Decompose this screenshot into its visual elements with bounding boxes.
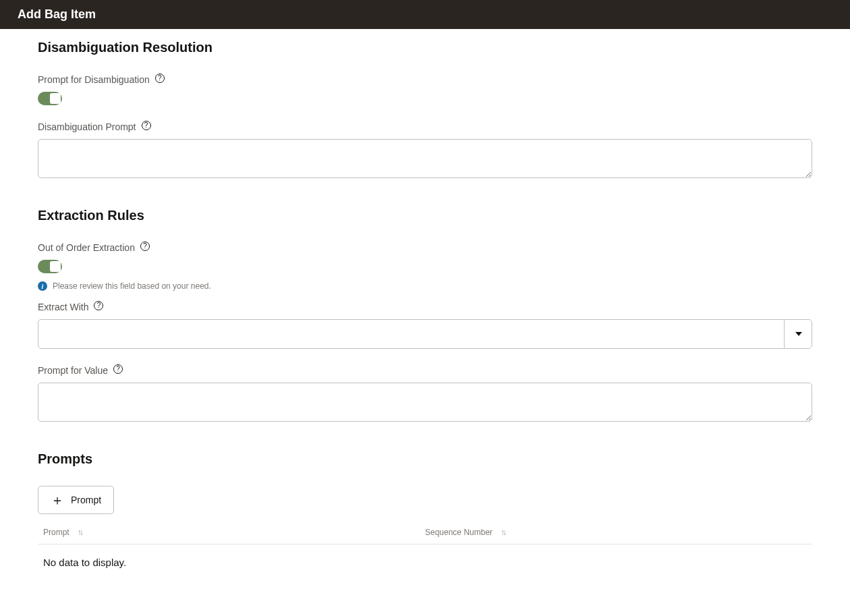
help-icon[interactable]: ? bbox=[142, 121, 151, 130]
page-header: Add Bag Item bbox=[0, 0, 850, 29]
help-icon[interactable]: ? bbox=[140, 242, 150, 251]
prompt-for-value-label: Prompt for Value bbox=[38, 365, 108, 376]
section-extraction: Extraction Rules Out of Order Extraction… bbox=[38, 208, 812, 424]
info-row: i Please review this field based on your… bbox=[38, 281, 812, 291]
out-of-order-toggle[interactable] bbox=[38, 260, 62, 273]
plus-icon: ＋ bbox=[51, 493, 64, 507]
content-area: Disambiguation Resolution Prompt for Dis… bbox=[0, 29, 850, 616]
extract-with-select[interactable] bbox=[38, 319, 812, 349]
field-extract-with: Extract With ? bbox=[38, 302, 812, 349]
section-disambiguation: Disambiguation Resolution Prompt for Dis… bbox=[38, 40, 812, 181]
column-header-sequence[interactable]: Sequence Number ↑↓ bbox=[425, 528, 812, 537]
section-prompts: Prompts ＋ Prompt Prompt ↑↓ Sequence Numb… bbox=[38, 451, 812, 575]
prompt-for-value-input[interactable] bbox=[38, 383, 812, 422]
field-disambiguation-prompt: Disambiguation Prompt ? bbox=[38, 121, 812, 181]
prompts-table-header: Prompt ↑↓ Sequence Number ↑↓ bbox=[38, 528, 812, 544]
field-prompt-for-value: Prompt for Value ? bbox=[38, 365, 812, 424]
column-header-prompt[interactable]: Prompt ↑↓ bbox=[38, 528, 425, 537]
column-sequence-label: Sequence Number bbox=[425, 528, 492, 537]
disambiguation-prompt-label: Disambiguation Prompt bbox=[38, 121, 136, 132]
section-heading-prompts: Prompts bbox=[38, 451, 812, 467]
add-prompt-button-label: Prompt bbox=[71, 495, 101, 505]
field-out-of-order: Out of Order Extraction ? i Please revie… bbox=[38, 242, 812, 291]
section-heading-disambiguation: Disambiguation Resolution bbox=[38, 40, 812, 55]
table-empty-message: No data to display. bbox=[38, 544, 812, 575]
sort-icon: ↑↓ bbox=[501, 528, 505, 537]
field-prompt-for-disambiguation: Prompt for Disambiguation ? bbox=[38, 74, 812, 105]
help-icon[interactable]: ? bbox=[94, 301, 103, 310]
sort-icon: ↑↓ bbox=[78, 528, 82, 537]
info-icon: i bbox=[38, 281, 47, 291]
help-icon[interactable]: ? bbox=[155, 74, 165, 83]
extract-with-label: Extract With bbox=[38, 302, 88, 312]
info-message: Please review this field based on your n… bbox=[53, 281, 211, 291]
prompt-for-disambiguation-label: Prompt for Disambiguation bbox=[38, 74, 150, 85]
disambiguation-prompt-input[interactable] bbox=[38, 139, 812, 178]
add-prompt-button[interactable]: ＋ Prompt bbox=[38, 486, 114, 514]
prompt-for-disambiguation-toggle[interactable] bbox=[38, 92, 62, 105]
page-title: Add Bag Item bbox=[18, 7, 96, 21]
out-of-order-label: Out of Order Extraction bbox=[38, 242, 135, 253]
section-heading-extraction: Extraction Rules bbox=[38, 208, 812, 223]
column-prompt-label: Prompt bbox=[43, 528, 69, 537]
help-icon[interactable]: ? bbox=[113, 364, 123, 374]
